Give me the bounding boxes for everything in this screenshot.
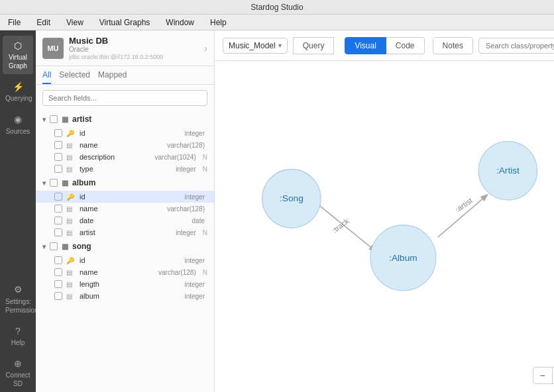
model-selector[interactable]: Music_Model ▾ — [223, 38, 288, 54]
field-album-date[interactable]: ▤ date date — [36, 215, 214, 226]
field-album-artist-flag: N — [203, 229, 207, 236]
toggle-artist-icon: ▾ — [42, 116, 46, 123]
edge-track-label: :track — [331, 217, 351, 234]
field-artist-id[interactable]: 🔑 id integer — [36, 127, 214, 139]
db-header: MU Music DB Oracle jdbc:oracle:thin:@//1… — [36, 30, 214, 66]
field-album-id-checkbox[interactable] — [54, 193, 62, 201]
field-artist-type-name: type — [80, 165, 172, 173]
col-icon: ▤ — [66, 281, 76, 288]
search-fields-input[interactable] — [42, 90, 207, 106]
zoom-out-button[interactable]: − — [533, 368, 553, 383]
field-song-length-checkbox[interactable] — [54, 280, 62, 288]
field-artist-type[interactable]: ▤ type integer N — [36, 163, 214, 175]
field-artist-name-type: varchar(128) — [167, 142, 205, 149]
menu-window[interactable]: Window — [163, 17, 197, 28]
field-album-date-type: date — [192, 217, 205, 224]
sidebar-item-querying[interactable]: ⚡ Querying — [3, 77, 33, 107]
table-album-checkbox[interactable] — [50, 179, 58, 187]
visual-tab[interactable]: Visual — [345, 37, 386, 54]
field-song-album-checkbox[interactable] — [54, 292, 62, 300]
col-icon: ▤ — [66, 154, 76, 161]
visual-code-tabs: Visual Code — [345, 37, 424, 54]
field-artist-id-checkbox[interactable] — [54, 129, 62, 137]
field-song-album[interactable]: ▤ album integer — [36, 290, 214, 302]
connect-icon: ⊕ — [5, 358, 30, 369]
menu-edit[interactable]: Edit — [34, 17, 53, 28]
query-tab[interactable]: Query — [293, 37, 335, 54]
sidebar-item-virtual-graph[interactable]: ⬡ Virtual Graph — [3, 36, 33, 74]
table-artist-header[interactable]: ▾ ▦ artist — [36, 111, 214, 127]
virtual-graph-icon: ⬡ — [5, 40, 30, 52]
canvas-area[interactable]: :track :artist :Song :Artist :Album − 20… — [215, 61, 554, 392]
field-song-album-name: album — [80, 292, 180, 300]
field-song-length[interactable]: ▤ length integer — [36, 278, 214, 290]
toggle-album-icon: ▾ — [42, 179, 46, 187]
field-song-album-type: integer — [184, 293, 205, 300]
sidebar-item-help[interactable]: ? Help — [3, 321, 33, 351]
toggle-song-icon: ▾ — [42, 243, 46, 250]
field-album-id[interactable]: 🔑 id integer — [36, 191, 214, 203]
table-song-checkbox[interactable] — [50, 242, 58, 250]
tab-selected[interactable]: Selected — [59, 70, 90, 84]
field-artist-type-flag: N — [203, 166, 207, 173]
field-song-name-name: name — [80, 268, 154, 276]
field-album-artist-type: integer — [176, 229, 196, 236]
field-artist-name[interactable]: ▤ name varchar(128) — [36, 139, 214, 151]
field-album-artist-checkbox[interactable] — [54, 228, 62, 236]
field-song-id-checkbox[interactable] — [54, 256, 62, 264]
col-icon: ▤ — [66, 269, 76, 276]
nav-sidebar: ⬡ Virtual Graph ⚡ Querying ◉ Sources ⚙ S… — [0, 30, 36, 392]
field-album-artist-name: artist — [80, 228, 172, 236]
field-song-length-type: integer — [184, 281, 205, 288]
key-icon: 🔑 — [66, 193, 76, 201]
col-icon: ▤ — [66, 217, 76, 224]
field-album-artist[interactable]: ▤ artist integer N — [36, 226, 214, 238]
code-tab[interactable]: Code — [386, 37, 425, 54]
search-property-input[interactable] — [478, 38, 554, 54]
col-icon: ▤ — [66, 229, 76, 236]
menu-virtual-graphs[interactable]: Virtual Graphs — [97, 17, 152, 28]
table-artist-icon: ▦ — [62, 115, 68, 124]
col-icon: ▤ — [66, 293, 76, 300]
tab-all[interactable]: All — [42, 70, 51, 84]
table-group-artist: ▾ ▦ artist 🔑 id integer ▤ name varchar(1… — [36, 111, 214, 175]
sources-icon: ◉ — [5, 113, 30, 125]
field-tab-row: All Selected Mapped — [36, 66, 214, 85]
field-album-name-checkbox[interactable] — [54, 205, 62, 213]
menu-file[interactable]: File — [5, 17, 23, 28]
field-album-name[interactable]: ▤ name varchar(128) — [36, 203, 214, 215]
field-album-name-type: varchar(128) — [167, 205, 205, 213]
table-song-header[interactable]: ▾ ▦ song — [36, 238, 214, 254]
tab-mapped[interactable]: Mapped — [98, 70, 127, 84]
help-icon: ? — [5, 325, 30, 337]
table-album-header[interactable]: ▾ ▦ album — [36, 175, 214, 191]
menu-view[interactable]: View — [64, 17, 86, 28]
db-expand-button[interactable]: › — [204, 43, 207, 54]
field-artist-desc-type: varchar(1024) — [155, 154, 196, 161]
notes-button[interactable]: Notes — [433, 37, 473, 54]
field-artist-type-checkbox[interactable] — [54, 165, 62, 173]
field-artist-description[interactable]: ▤ description varchar(1024) N — [36, 151, 214, 163]
field-artist-name-checkbox[interactable] — [54, 141, 62, 149]
table-group-album: ▾ ▦ album 🔑 id integer ▤ name varchar(12… — [36, 175, 214, 238]
db-panel: MU Music DB Oracle jdbc:oracle:thin:@//1… — [36, 30, 215, 392]
field-song-name-checkbox[interactable] — [54, 268, 62, 276]
field-song-name[interactable]: ▤ name varchar(128) N — [36, 266, 214, 278]
col-icon: ▤ — [66, 142, 76, 149]
zoom-controls: − 20% + — [533, 367, 555, 384]
field-artist-id-type: integer — [184, 130, 205, 137]
menu-help[interactable]: Help — [207, 17, 229, 28]
db-info: Music DB Oracle jdbc:oracle:thin:@//172.… — [69, 36, 199, 60]
field-album-name-name: name — [80, 205, 163, 213]
field-album-date-checkbox[interactable] — [54, 217, 62, 224]
field-artist-desc-checkbox[interactable] — [54, 153, 62, 161]
sidebar-item-settings[interactable]: ⚙ Settings: Permissions — [3, 279, 33, 318]
table-song-label: song — [72, 242, 91, 251]
sidebar-item-connect[interactable]: ⊕ Connect SD — [3, 354, 33, 392]
sidebar-item-sources[interactable]: ◉ Sources — [3, 109, 33, 139]
field-song-name-type: varchar(128) — [158, 269, 196, 276]
field-song-id[interactable]: 🔑 id integer — [36, 254, 214, 266]
table-artist-label: artist — [72, 115, 91, 124]
table-artist-checkbox[interactable] — [50, 115, 58, 123]
key-icon: 🔑 — [66, 130, 76, 137]
